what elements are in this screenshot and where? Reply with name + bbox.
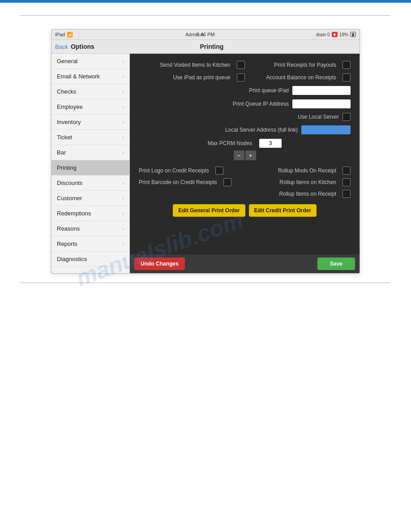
device-frame: iPad 📶 Admin A 3:46 PM drain 0 ■ 19% ▮ B… <box>51 29 360 274</box>
right-panel: Send Voided Items to Kitchen Print Recei… <box>130 54 360 273</box>
sidebar-item-customer[interactable]: Customer › <box>51 191 129 206</box>
row-voided-receipts: Send Voided Items to Kitchen Print Recei… <box>139 61 351 69</box>
print-queue-ipad-input[interactable] <box>292 86 351 95</box>
local-server-address-input[interactable] <box>301 125 351 134</box>
device-label: iPad <box>55 32 65 37</box>
sidebar-label-customer: Customer <box>57 195 82 202</box>
sidebar-item-checks[interactable]: Checks › <box>51 84 129 99</box>
chevron-icon-ticket: › <box>122 135 124 140</box>
use-local-server-label: Use Local Server <box>298 114 339 120</box>
sidebar-item-printing[interactable]: Printing <box>51 160 129 176</box>
main-content: General › Email & Network › Checks › Emp… <box>51 54 360 273</box>
rollup-mods-label: Rollup Mods On Receipt <box>278 167 336 174</box>
max-pcrm-input[interactable] <box>259 139 282 148</box>
sidebar-item-diagnostics[interactable]: Diagnostics › <box>51 252 129 267</box>
sidebar: General › Email & Network › Checks › Emp… <box>51 54 130 273</box>
print-barcode-checkbox[interactable] <box>223 178 231 186</box>
rollup-items-receipt-checkbox[interactable] <box>342 190 351 198</box>
pcrm-row: Max PCRM Nodes <box>208 139 282 148</box>
print-queue-ip-input[interactable] <box>292 99 351 108</box>
sidebar-item-ticket[interactable]: Ticket › <box>51 130 129 145</box>
sidebar-label-diagnostics: Diagnostics <box>57 256 87 262</box>
chevron-icon-checks: › <box>122 89 124 94</box>
battery-icon: ▮ <box>350 32 356 37</box>
pcrm-increment-button[interactable]: + <box>245 150 256 160</box>
signal-label: drain 0 <box>316 32 330 37</box>
col-voided: Send Voided Items to Kitchen <box>139 61 245 69</box>
sidebar-item-reports[interactable]: Reports › <box>51 236 129 252</box>
save-button[interactable]: Save <box>317 257 355 270</box>
sidebar-item-general[interactable]: General › <box>51 54 129 69</box>
check-rollup-receipt: Rollup Items on Receipt <box>279 190 351 198</box>
pcrm-decrement-button[interactable]: − <box>234 150 244 160</box>
top-separator <box>21 15 390 16</box>
time-label: 3:46 PM <box>197 32 215 37</box>
row-ipad-balance: Use iPad as print queue Account Balance … <box>139 73 351 82</box>
back-button[interactable]: Back <box>55 43 68 50</box>
action-bar: Undo Changes Save <box>130 254 360 273</box>
pcrm-section: Max PCRM Nodes − + <box>139 139 351 160</box>
chevron-icon-discounts: › <box>122 180 124 186</box>
undo-changes-button[interactable]: Undo Changes <box>134 257 185 270</box>
sidebar-label-bar: Bar <box>57 149 66 156</box>
chevron-icon-reports: › <box>122 241 124 247</box>
sidebar-label-general: General <box>57 58 77 64</box>
sidebar-label-redemptions: Redemptions <box>57 210 91 217</box>
send-voided-label: Send Voided Items to Kitchen <box>160 62 230 68</box>
chevron-icon-customer: › <box>122 196 124 201</box>
chevron-icon-diagnostics: › <box>122 257 124 262</box>
chevron-icon-inventory: › <box>122 120 124 125</box>
edit-credit-print-order-button[interactable]: Edit Credit Print Order <box>249 204 317 217</box>
sidebar-item-employee[interactable]: Employee › <box>51 99 129 115</box>
check-print-barcode: Print Barcode on Credit Receipts <box>139 178 231 186</box>
check-rollup-kitchen: Rollup Items on Kitchen <box>279 178 351 186</box>
check-row-barcode-kitchen: Print Barcode on Credit Receipts Rollup … <box>139 178 351 186</box>
print-receipts-payouts-checkbox[interactable] <box>342 61 351 69</box>
options-label: Options <box>71 43 94 50</box>
max-pcrm-label: Max PCRM Nodes <box>208 140 252 146</box>
sidebar-item-bar[interactable]: Bar › <box>51 145 129 160</box>
edit-general-print-order-button[interactable]: Edit General Print Order <box>173 204 245 217</box>
chevron-icon-reasons: › <box>122 226 124 232</box>
signal-indicator: ■ <box>332 32 338 37</box>
print-barcode-label: Print Barcode on Credit Receipts <box>139 179 217 185</box>
rollup-items-kitchen-checkbox[interactable] <box>342 178 351 186</box>
use-ipad-checkbox[interactable] <box>237 73 245 82</box>
account-balance-checkbox[interactable] <box>342 73 351 82</box>
chevron-icon-bar: › <box>122 150 124 155</box>
sidebar-label-discounts: Discounts <box>57 180 82 186</box>
battery-label: 19% <box>339 32 348 37</box>
chevron-icon-email-network: › <box>122 74 124 79</box>
print-order-row: Edit General Print Order Edit Credit Pri… <box>139 204 351 217</box>
row-use-local-server: Use Local Server <box>139 113 351 121</box>
check-row-logo-mods: Print Logo on Credit Receipts Rollup Mod… <box>139 167 351 175</box>
rollup-items-kitchen-label: Rollup Items on Kitchen <box>279 179 336 185</box>
print-queue-ip-label: Print Queue IP Address <box>233 101 289 107</box>
sidebar-item-email-network[interactable]: Email & Network › <box>51 69 129 84</box>
sidebar-item-reasons[interactable]: Reasons › <box>51 221 129 236</box>
rollup-mods-checkbox[interactable] <box>342 167 351 175</box>
wifi-icon: 📶 <box>67 32 73 38</box>
rollup-items-receipt-label: Rollup Items on Receipt <box>279 191 336 197</box>
sidebar-label-reports: Reports <box>57 240 77 247</box>
nav-bar: Back Options Printing <box>51 39 360 54</box>
row-print-queue-ipad: Print queue iPad <box>139 86 351 95</box>
status-bar: iPad 📶 Admin A 3:46 PM drain 0 ■ 19% ▮ <box>51 30 360 39</box>
print-logo-checkbox[interactable] <box>215 167 223 175</box>
print-queue-ipad-label: Print queue iPad <box>249 87 289 94</box>
row-print-queue-ip: Print Queue IP Address <box>139 99 351 108</box>
bottom-checks: Print Logo on Credit Receipts Rollup Mod… <box>139 167 351 198</box>
local-server-address-label: Local Server Address (full link) <box>225 127 298 133</box>
account-balance-label: Account Balance on Receipts <box>266 74 336 81</box>
print-logo-label: Print Logo on Credit Receipts <box>139 167 209 174</box>
check-row-rollup-receipt: Rollup Items on Receipt <box>139 190 351 198</box>
chevron-icon-general: › <box>122 59 124 64</box>
send-voided-checkbox[interactable] <box>237 61 245 69</box>
sidebar-label-checks: Checks <box>57 88 76 95</box>
print-receipts-payouts-label: Print Receipts for Payouts <box>274 62 336 68</box>
status-right: drain 0 ■ 19% ▮ <box>316 32 356 37</box>
sidebar-item-discounts[interactable]: Discounts › <box>51 176 129 191</box>
sidebar-item-redemptions[interactable]: Redemptions › <box>51 206 129 221</box>
sidebar-item-inventory[interactable]: Inventory › <box>51 115 129 130</box>
use-local-server-checkbox[interactable] <box>342 113 351 121</box>
